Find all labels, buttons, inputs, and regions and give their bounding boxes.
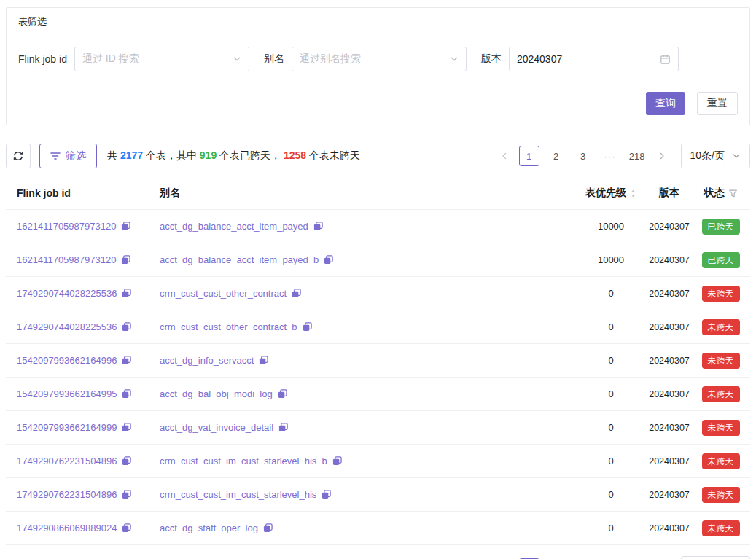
table-row: 1542097993662164996 acct_dg_info_servacc…	[6, 344, 750, 378]
refresh-icon	[12, 150, 24, 162]
flink-job-id-label: Flink job id	[18, 53, 67, 65]
version-value: 20240307	[647, 289, 691, 299]
alias-link[interactable]: acct_dg_info_servacct	[160, 355, 254, 366]
flink-job-id-link[interactable]: 1749290744028225536	[17, 321, 117, 332]
version-date-input[interactable]: 20240307	[509, 47, 679, 71]
reset-button[interactable]: 重置	[697, 92, 738, 115]
alias-link[interactable]: crm_cust_cust_other_contract_b	[160, 321, 297, 332]
filter-button[interactable]: 筛选	[39, 144, 97, 168]
page-size-select[interactable]: 10条/页	[681, 556, 750, 559]
page-button[interactable]: 3	[573, 146, 593, 166]
page-size-label: 10条/页	[690, 149, 725, 163]
alias-link[interactable]: acct_dg_bal_obj_modi_log	[160, 388, 273, 399]
alias-link[interactable]: crm_cust_cust_im_cust_starlevel_his	[160, 489, 316, 500]
alias-link[interactable]: crm_cust_cust_other_contract	[160, 288, 287, 299]
flink-job-id-select[interactable]: 通过 ID 搜索	[74, 47, 249, 71]
pagination-top: 1 2 3 ··· 218 10条/页	[496, 144, 750, 168]
priority-value: 0	[574, 355, 647, 366]
flink-job-id-link[interactable]: 1749290744028225536	[17, 288, 117, 299]
page-ellipsis[interactable]: ···	[600, 146, 620, 166]
flink-job-id-link[interactable]: 1542097993662164996	[17, 355, 117, 366]
copy-icon[interactable]	[263, 523, 273, 533]
copy-icon[interactable]	[324, 255, 333, 265]
status-badge: 未跨天	[702, 453, 740, 469]
page-button[interactable]: 1	[519, 146, 539, 166]
funnel-filter-icon[interactable]	[728, 189, 738, 198]
copy-icon[interactable]	[278, 389, 287, 399]
copy-icon[interactable]	[122, 456, 131, 466]
status-badge: 未跨天	[702, 520, 740, 536]
prev-page-icon[interactable]	[496, 146, 513, 166]
copy-icon[interactable]	[122, 322, 131, 332]
flink-job-id-link[interactable]: 1542097993662164995	[17, 388, 117, 399]
table-row: 1749290866069889024 acct_dg_staff_oper_l…	[6, 512, 750, 545]
filter-panel: 表筛选 Flink job id 通过 ID 搜索 别名 通过别名搜索	[6, 7, 750, 125]
table-row: 1542097993662164995 acct_dg_bal_obj_modi…	[6, 378, 750, 411]
alias-placeholder: 通过别名搜索	[300, 52, 361, 66]
query-button[interactable]: 查询	[646, 92, 685, 115]
table-row: 1749290762231504896 crm_cust_cust_im_cus…	[6, 445, 750, 478]
version-value: 20240307	[647, 456, 691, 466]
refresh-button[interactable]	[6, 144, 31, 168]
copy-icon[interactable]	[322, 490, 331, 499]
copy-icon[interactable]	[313, 222, 323, 231]
copy-icon[interactable]	[122, 423, 131, 432]
uncrossed-count: 1258	[284, 149, 306, 161]
table-row: 1621411705987973120 acct_dg_balance_acct…	[6, 243, 750, 277]
priority-value: 0	[574, 288, 647, 299]
copy-icon[interactable]	[292, 289, 301, 298]
priority-value: 0	[574, 422, 647, 433]
chevron-down-icon	[233, 55, 241, 63]
copy-icon[interactable]	[121, 255, 130, 265]
flink-job-id-link[interactable]: 1749290762231504896	[17, 489, 117, 500]
filter-bars-icon	[50, 152, 61, 160]
alias-select[interactable]: 通过别名搜索	[292, 47, 467, 71]
version-field: 版本 20240307	[481, 47, 679, 71]
copy-icon[interactable]	[303, 322, 312, 332]
alias-link[interactable]: acct_dg_balance_acct_item_payed_b	[160, 254, 319, 265]
version-value: 20240307	[517, 53, 562, 65]
status-badge: 未跨天	[702, 286, 740, 302]
priority-value: 0	[574, 456, 647, 466]
next-page-icon[interactable]	[654, 146, 670, 166]
flink-job-id-link[interactable]: 1542097993662164999	[17, 422, 117, 433]
version-value: 20240307	[647, 423, 691, 433]
page-button[interactable]: 2	[546, 146, 566, 166]
copy-icon[interactable]	[122, 356, 131, 365]
priority-value: 10000	[574, 221, 647, 232]
copy-icon[interactable]	[122, 389, 131, 399]
version-value: 20240307	[647, 523, 691, 533]
sort-icon[interactable]	[630, 189, 636, 198]
alias-link[interactable]: acct_dg_vat_invoice_detail	[160, 422, 273, 433]
page-button[interactable]: 218	[627, 146, 647, 166]
status-badge: 未跨天	[702, 319, 740, 335]
status-badge: 已跨天	[702, 252, 740, 268]
col-priority-label: 表优先级	[585, 187, 626, 200]
flink-job-id-link[interactable]: 1749290866069889024	[17, 523, 117, 533]
page-size-select[interactable]: 10条/页	[681, 144, 750, 168]
version-value: 20240307	[647, 255, 691, 265]
copy-icon[interactable]	[332, 456, 342, 466]
copy-icon[interactable]	[278, 423, 288, 432]
alias-link[interactable]: acct_dg_staff_oper_log	[160, 523, 258, 533]
summary-part: 共	[107, 149, 120, 161]
flink-job-id-link[interactable]: 1749290762231504896	[17, 456, 117, 466]
alias-link[interactable]: crm_cust_cust_im_cust_starlevel_his_b	[160, 456, 327, 466]
copy-icon[interactable]	[122, 523, 131, 533]
crossed-count: 919	[200, 149, 217, 161]
copy-icon[interactable]	[259, 356, 268, 365]
priority-value: 0	[574, 523, 647, 533]
copy-icon[interactable]	[122, 490, 131, 499]
flink-job-id-link[interactable]: 1621411705987973120	[17, 254, 116, 265]
status-badge: 已跨天	[702, 219, 740, 235]
summary-part: 个表已跨天，	[217, 149, 284, 161]
priority-value: 10000	[574, 254, 647, 265]
flink-job-id-link[interactable]: 1621411705987973120	[17, 221, 116, 232]
copy-icon[interactable]	[121, 222, 130, 231]
version-value: 20240307	[647, 490, 691, 500]
table-row: 1621411705987973120 acct_dg_balance_acct…	[6, 210, 750, 243]
copy-icon[interactable]	[122, 289, 131, 298]
alias-link[interactable]: acct_dg_balance_acct_item_payed	[160, 221, 308, 232]
table-header: Flink job id 别名 表优先级 版本 状态	[6, 177, 750, 210]
priority-value: 0	[574, 321, 647, 332]
